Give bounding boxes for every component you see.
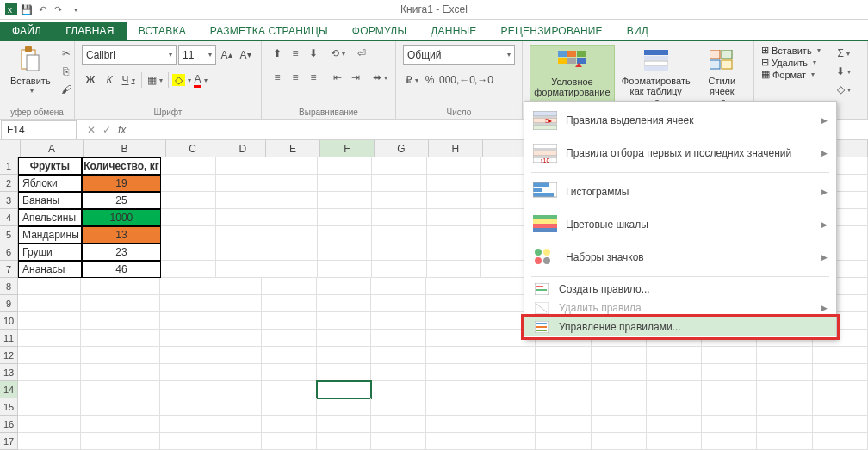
cell[interactable]	[81, 433, 160, 450]
cell[interactable]	[264, 192, 318, 209]
cell[interactable]	[317, 364, 371, 381]
row-header[interactable]: 2	[0, 175, 18, 192]
row-header[interactable]: 8	[0, 278, 18, 295]
grow-font-icon[interactable]: A▴	[218, 46, 235, 64]
cell[interactable]	[264, 175, 318, 192]
cell[interactable]	[536, 398, 591, 416]
cell[interactable]	[81, 364, 160, 381]
save-icon[interactable]: 💾	[21, 3, 33, 15]
align-top-icon[interactable]: ⬆	[269, 45, 286, 62]
cell[interactable]: 19	[82, 175, 162, 192]
cell[interactable]	[81, 381, 160, 398]
cell[interactable]	[372, 261, 426, 278]
cell[interactable]	[216, 243, 264, 261]
cancel-icon[interactable]: ✕	[87, 124, 96, 136]
number-format-combo[interactable]: Общий▾	[403, 45, 515, 65]
cell[interactable]	[160, 398, 214, 416]
cell[interactable]	[262, 347, 316, 364]
enter-icon[interactable]: ✓	[102, 124, 111, 136]
align-right-icon[interactable]: ≡	[305, 69, 322, 86]
cell[interactable]	[371, 381, 425, 398]
cell[interactable]	[536, 416, 591, 433]
cell[interactable]	[372, 157, 426, 175]
cell[interactable]	[757, 416, 812, 433]
cell[interactable]	[317, 295, 371, 312]
cell[interactable]: Мандарины	[18, 226, 82, 243]
insert-cells-button[interactable]: ⊞Вставить▾	[761, 45, 821, 56]
cell[interactable]	[371, 433, 425, 450]
row-header[interactable]: 13	[0, 364, 18, 381]
cell[interactable]	[480, 416, 536, 433]
comma-icon[interactable]: 000	[439, 71, 456, 89]
cell[interactable]	[426, 433, 480, 450]
tab-data[interactable]: ДАННЫЕ	[418, 22, 488, 40]
cell[interactable]	[702, 381, 757, 398]
cell[interactable]	[647, 433, 702, 450]
row-header[interactable]: 11	[0, 330, 18, 347]
italic-button[interactable]: К	[101, 71, 118, 89]
cell[interactable]	[318, 261, 372, 278]
conditional-formatting-button[interactable]: Условное форматирование▾	[530, 45, 615, 109]
cell[interactable]: Груши	[18, 243, 82, 261]
row-header[interactable]: 4	[0, 209, 18, 226]
font-size-combo[interactable]: 11▾	[178, 45, 216, 65]
cell[interactable]	[216, 175, 264, 192]
cell[interactable]	[160, 278, 214, 295]
cell[interactable]	[371, 398, 425, 416]
cell[interactable]	[216, 157, 264, 175]
fill-icon[interactable]: ⬇▾	[835, 63, 852, 80]
cell[interactable]	[702, 416, 757, 433]
cell[interactable]	[427, 261, 481, 278]
cell[interactable]	[426, 330, 480, 347]
cell[interactable]	[214, 416, 262, 433]
col-header[interactable]: G	[375, 140, 429, 157]
cell[interactable]	[372, 175, 426, 192]
merge-button[interactable]: ⬌▾	[371, 69, 388, 86]
cell[interactable]: 1000	[82, 209, 162, 226]
cell[interactable]: Апельсины	[18, 209, 82, 226]
menu-data-bars[interactable]: Гистограммы ▶	[524, 176, 836, 208]
cell[interactable]	[214, 312, 262, 330]
col-header[interactable]: F	[320, 140, 375, 157]
cell[interactable]	[264, 209, 318, 226]
cell[interactable]	[262, 278, 316, 295]
cell[interactable]	[264, 243, 318, 261]
copy-icon[interactable]: ⎘	[58, 63, 75, 80]
tab-file[interactable]: ФАЙЛ	[0, 22, 53, 40]
cell[interactable]	[480, 433, 536, 450]
cell[interactable]	[757, 364, 812, 381]
format-cells-button[interactable]: ▦Формат▾	[761, 69, 821, 80]
row-header[interactable]: 3	[0, 192, 18, 209]
cell[interactable]	[264, 226, 318, 243]
row-header[interactable]: 6	[0, 243, 18, 261]
cell[interactable]	[813, 398, 868, 416]
cell[interactable]	[216, 209, 264, 226]
cell[interactable]	[702, 347, 757, 364]
cell[interactable]	[262, 416, 316, 433]
menu-clear-rules[interactable]: Удалить правила ▶	[524, 299, 836, 317]
cell[interactable]	[161, 261, 215, 278]
menu-highlight-rules[interactable]: 5▸ Правила выделения ячеек ▶	[524, 104, 836, 137]
cell[interactable]	[480, 381, 536, 398]
tab-home[interactable]: ГЛАВНАЯ	[53, 22, 126, 40]
cell[interactable]	[18, 278, 81, 295]
percent-icon[interactable]: %	[421, 71, 438, 89]
cell[interactable]	[161, 226, 215, 243]
cell[interactable]	[264, 157, 318, 175]
cell[interactable]	[18, 398, 81, 416]
cell[interactable]	[81, 347, 160, 364]
cell[interactable]	[592, 347, 647, 364]
cell[interactable]	[160, 295, 214, 312]
cell[interactable]	[81, 295, 160, 312]
font-name-combo[interactable]: Calibri▾	[82, 45, 177, 65]
cell[interactable]	[216, 261, 264, 278]
menu-top-bottom[interactable]: ↑10 Правила отбора первых и последних зн…	[524, 137, 836, 170]
cell[interactable]	[18, 364, 81, 381]
cell[interactable]	[592, 433, 647, 450]
shrink-font-icon[interactable]: A▾	[237, 46, 254, 64]
menu-icon-sets[interactable]: Наборы значков ▶	[524, 241, 836, 274]
cell[interactable]	[161, 157, 215, 175]
decrease-decimal-icon[interactable]: ,→0	[475, 71, 493, 89]
orientation-icon[interactable]: ⟲▾	[329, 45, 346, 62]
font-color-button[interactable]: А▾	[192, 71, 209, 89]
